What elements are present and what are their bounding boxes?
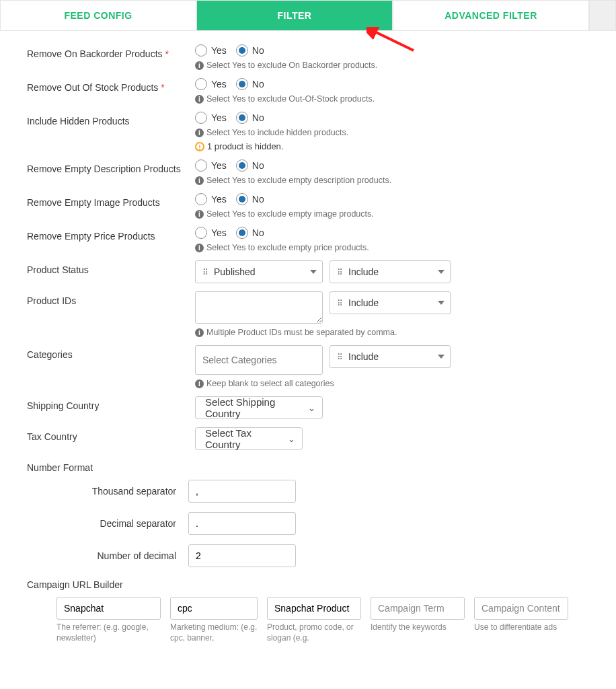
hint-product-ids: Multiple Product IDs must be separated b… <box>206 328 397 337</box>
input-decimal-sep[interactable] <box>188 512 296 535</box>
radio-outofstock-no[interactable]: No <box>236 78 264 90</box>
label-num-decimal: Number of decimal <box>27 550 188 561</box>
radio-empty-desc-no[interactable]: No <box>236 159 264 172</box>
required-indicator: * <box>165 48 168 59</box>
hint-utm-term: Identify the keywords <box>371 622 465 633</box>
hint-utm-source: The referrer: (e.g. google, newsletter) <box>56 622 161 643</box>
radio-backorder-no[interactable]: No <box>236 44 264 57</box>
info-icon: i <box>195 328 204 337</box>
info-icon: i <box>195 176 204 185</box>
label-remove-backorder: Remove On Backorder Products * <box>27 44 195 59</box>
radio-hidden-no[interactable]: No <box>236 112 264 124</box>
info-icon: i <box>195 95 204 104</box>
drag-handle-icon <box>337 351 344 362</box>
hint-outofstock: Select Yes to exclude Out-Of-Stock produ… <box>206 94 375 104</box>
select-categories-mode[interactable]: Include <box>330 345 451 368</box>
select-shipping-country[interactable]: Select Shipping Country⌄ <box>195 396 323 419</box>
hint-hidden: Select Yes to include hidden products. <box>206 128 348 137</box>
label-product-status: Product Status <box>27 260 195 275</box>
label-remove-outofstock: Remove Out Of Stock Products * <box>27 78 195 93</box>
hint-utm-medium: Marketing medium: (e.g. cpc, banner, <box>170 622 258 643</box>
info-icon: i <box>195 61 204 70</box>
label-campaign-url-builder: Campaign URL Builder <box>27 579 589 590</box>
tab-overflow[interactable] <box>589 0 616 30</box>
label-decimal-sep: Decimal separator <box>27 518 188 529</box>
chevron-down-icon: ⌄ <box>308 403 315 413</box>
label-product-ids: Product IDs <box>27 291 195 306</box>
label-tax-country: Tax Country <box>27 427 195 442</box>
info-icon: i <box>195 129 204 137</box>
drag-handle-icon <box>337 266 344 277</box>
radio-backorder-yes[interactable]: Yes <box>195 44 227 57</box>
tab-bar: FEED CONFIG FILTER ADVANCED FILTER <box>0 0 616 31</box>
radio-empty-image-yes[interactable]: Yes <box>195 193 227 205</box>
label-remove-empty-image: Remove Empty Image Products <box>27 193 195 208</box>
input-thousand-sep[interactable] <box>188 480 296 503</box>
input-utm-term[interactable] <box>371 597 465 620</box>
radio-outofstock-yes[interactable]: Yes <box>195 78 227 90</box>
chevron-down-icon <box>310 270 317 274</box>
warn-hidden: 1 product is hidden. <box>207 141 283 151</box>
drag-handle-icon <box>337 297 344 308</box>
radio-empty-image-no[interactable]: No <box>236 193 264 205</box>
select-product-ids-mode[interactable]: Include <box>330 291 451 314</box>
info-icon: i <box>195 379 204 388</box>
tab-filter[interactable]: FILTER <box>196 0 393 30</box>
chevron-down-icon: ⌄ <box>288 434 295 444</box>
select-product-status[interactable]: Published <box>195 260 323 283</box>
info-icon: i <box>195 210 204 219</box>
label-categories: Categories <box>27 345 195 360</box>
hint-utm-campaign: Product, promo code, or slogan (e.g. <box>267 622 361 643</box>
info-icon: i <box>195 244 204 252</box>
input-num-decimal[interactable] <box>188 544 296 567</box>
hint-empty-image: Select Yes to exclude empty image produc… <box>206 209 374 219</box>
hint-backorder: Select Yes to exclude On Backorder produ… <box>206 61 377 70</box>
select-tax-country[interactable]: Select Tax Country⌄ <box>195 427 303 450</box>
required-indicator: * <box>161 82 164 93</box>
radio-empty-price-yes[interactable]: Yes <box>195 227 227 239</box>
hint-empty-desc: Select Yes to exclude empty description … <box>206 176 391 185</box>
label-thousand-sep: Thousand separator <box>27 486 188 497</box>
select-categories[interactable]: Select Categories <box>195 345 323 375</box>
select-product-status-mode[interactable]: Include <box>330 260 451 283</box>
hint-empty-price: Select Yes to exclude empty price produc… <box>206 243 369 252</box>
chevron-down-icon <box>438 355 445 359</box>
chevron-down-icon <box>438 301 445 305</box>
radio-hidden-yes[interactable]: Yes <box>195 112 227 124</box>
textarea-product-ids[interactable] <box>195 291 323 324</box>
label-number-format: Number Format <box>27 462 589 473</box>
warning-icon: ! <box>195 142 204 151</box>
input-utm-source[interactable] <box>56 597 161 620</box>
label-remove-empty-desc: Remove Empty Description Products <box>27 159 195 174</box>
label-include-hidden: Include Hidden Products <box>27 112 195 126</box>
tab-feed-config[interactable]: FEED CONFIG <box>0 0 196 30</box>
input-utm-medium[interactable] <box>170 597 258 620</box>
label-shipping-country: Shipping Country <box>27 396 195 411</box>
hint-utm-content: Use to differentiate ads <box>474 622 568 633</box>
chevron-down-icon <box>438 270 445 274</box>
radio-empty-desc-yes[interactable]: Yes <box>195 159 227 172</box>
radio-empty-price-no[interactable]: No <box>236 227 264 239</box>
drag-handle-icon <box>202 266 210 277</box>
tab-advanced-filter[interactable]: ADVANCED FILTER <box>393 0 589 30</box>
input-utm-content[interactable] <box>474 597 568 620</box>
input-utm-campaign[interactable] <box>267 597 361 620</box>
hint-categories: Keep blank to select all categories <box>206 379 334 388</box>
label-remove-empty-price: Remove Empty Price Products <box>27 227 195 242</box>
